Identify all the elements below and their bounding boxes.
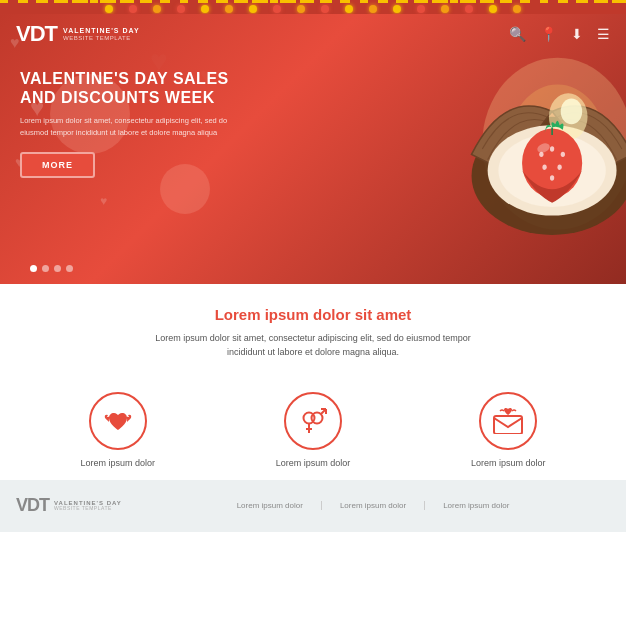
svg-point-9 — [550, 146, 554, 151]
hero-title: VALENTINE'S DAY SALES AND DISCOUNTS WEEK — [20, 69, 250, 107]
hero-description: Lorem ipsum dolor sit amet, consectetur … — [20, 115, 250, 138]
search-icon[interactable]: 🔍 — [509, 26, 526, 42]
decorative-heart: ♥ — [100, 194, 107, 208]
svg-rect-22 — [494, 416, 522, 434]
footer-link-2[interactable]: Lorem ipsum dolor — [322, 501, 425, 510]
location-icon[interactable]: 📍 — [540, 26, 557, 42]
heart-wings-icon-circle — [89, 392, 147, 450]
chocolate-shell-image — [426, 14, 626, 284]
more-button[interactable]: MORE — [20, 152, 95, 178]
navbar: VDT VALENTINE'S DAY WEBSITE TEMPLATE 🔍 📍… — [0, 14, 626, 54]
bulb — [513, 5, 521, 13]
bulb — [417, 5, 425, 13]
feature-item-1: Lorem ipsum dolor — [68, 392, 168, 468]
dot[interactable] — [54, 265, 61, 272]
bulb — [273, 5, 281, 13]
svg-point-12 — [557, 165, 561, 170]
bulb — [177, 5, 185, 13]
bulb — [129, 5, 137, 13]
bulb — [345, 5, 353, 13]
footer: VDT VALENTINE'S DAY WEBSITE TEMPLATE Lor… — [0, 480, 626, 532]
footer-logo: VDT VALENTINE'S DAY WEBSITE TEMPLATE — [16, 495, 136, 516]
dot-active[interactable] — [30, 265, 37, 272]
svg-point-11 — [542, 165, 546, 170]
footer-link-1[interactable]: Lorem ipsum dolor — [219, 501, 322, 510]
bulb — [393, 5, 401, 13]
bulb — [201, 5, 209, 13]
bulb — [105, 5, 113, 13]
logo-vdt: VDT — [16, 21, 57, 47]
bulb — [465, 5, 473, 13]
footer-link-3[interactable]: Lorem ipsum dolor — [425, 501, 527, 510]
logo-title: VALENTINE'S DAY — [63, 27, 140, 35]
footer-links: Lorem ipsum dolor Lorem ipsum dolor Lore… — [136, 501, 610, 510]
menu-icon[interactable]: ☰ — [597, 26, 610, 42]
svg-point-7 — [522, 129, 582, 198]
svg-point-6 — [561, 99, 582, 125]
lights-bar — [0, 0, 626, 14]
logo-text: VALENTINE'S DAY WEBSITE TEMPLATE — [63, 27, 140, 41]
feature-item-3: Lorem ipsum dolor — [458, 392, 558, 468]
bulb — [297, 5, 305, 13]
features-section: Lorem ipsum dolor Lorem ipsum dolor — [0, 376, 626, 480]
feature-item-2: Lorem ipsum dolor — [263, 392, 363, 468]
footer-logo-subtitle: WEBSITE TEMPLATE — [54, 506, 122, 512]
gender-icon-circle — [284, 392, 342, 450]
dot[interactable] — [42, 265, 49, 272]
middle-section: Lorem ipsum dolor sit amet Lorem ipsum d… — [0, 284, 626, 376]
bulb — [441, 5, 449, 13]
bulb — [321, 5, 329, 13]
feature-label-3: Lorem ipsum dolor — [471, 458, 546, 468]
hero-section: ♥ ♥ ♥ ♥ ♥ ♥ VDT VALENTINE'S DAY WEBSITE … — [0, 14, 626, 284]
logo: VDT VALENTINE'S DAY WEBSITE TEMPLATE — [16, 21, 140, 47]
footer-logo-vdt: VDT — [16, 495, 49, 516]
bulb — [369, 5, 377, 13]
bulb — [225, 5, 233, 13]
feature-label-1: Lorem ipsum dolor — [80, 458, 155, 468]
download-icon[interactable]: ⬇ — [571, 26, 583, 42]
middle-description: Lorem ipsum dolor sit amet, consectetur … — [143, 331, 483, 360]
bulb — [249, 5, 257, 13]
svg-point-13 — [550, 175, 554, 180]
bulb — [153, 5, 161, 13]
svg-point-10 — [561, 152, 565, 157]
hero-content: VALENTINE'S DAY SALES AND DISCOUNTS WEEK… — [20, 69, 250, 178]
feature-label-2: Lorem ipsum dolor — [276, 458, 351, 468]
logo-subtitle: WEBSITE TEMPLATE — [63, 35, 140, 42]
dot[interactable] — [66, 265, 73, 272]
envelope-heart-icon-circle — [479, 392, 537, 450]
svg-point-19 — [303, 412, 314, 423]
lights-bulbs — [105, 5, 521, 13]
nav-icons: 🔍 📍 ⬇ ☰ — [509, 26, 610, 42]
middle-title: Lorem ipsum dolor sit amet — [40, 306, 586, 323]
bulb — [489, 5, 497, 13]
footer-logo-text: VALENTINE'S DAY WEBSITE TEMPLATE — [54, 500, 122, 512]
carousel-dots — [30, 265, 73, 272]
